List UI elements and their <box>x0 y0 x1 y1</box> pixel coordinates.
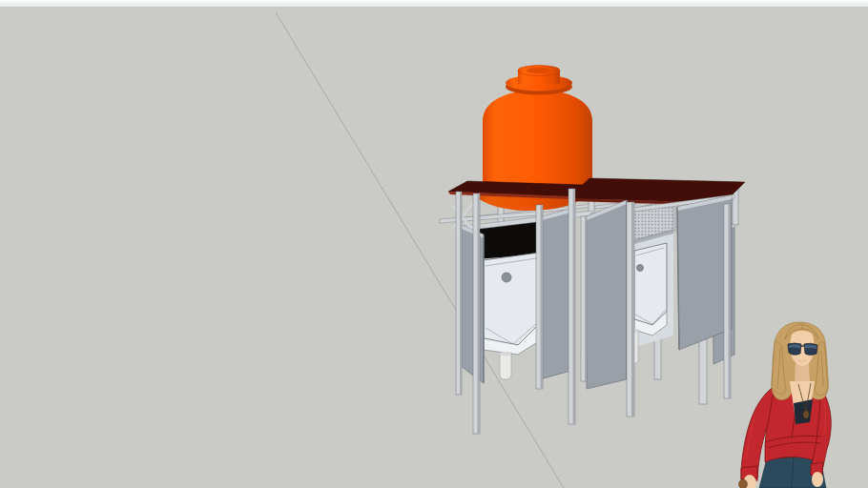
squat-pan-left[interactable] <box>484 253 539 355</box>
drain-pipe-left[interactable] <box>500 352 511 379</box>
pan-drain-hole <box>637 265 644 272</box>
model-scene <box>0 0 868 488</box>
viewport-canvas[interactable] <box>0 0 868 488</box>
scale-figure[interactable] <box>739 322 832 488</box>
toilet-block-model[interactable] <box>440 66 745 435</box>
privacy-panel-right-inner[interactable] <box>585 200 627 389</box>
pan-drain-hole <box>502 273 511 282</box>
pendant <box>803 411 809 418</box>
privacy-panel-right-outer[interactable] <box>677 195 732 350</box>
hand-held-object <box>739 479 748 488</box>
squat-pan-right[interactable] <box>634 243 667 336</box>
tank-lid <box>506 66 572 95</box>
camisole <box>794 399 813 424</box>
left-hand <box>812 472 823 487</box>
